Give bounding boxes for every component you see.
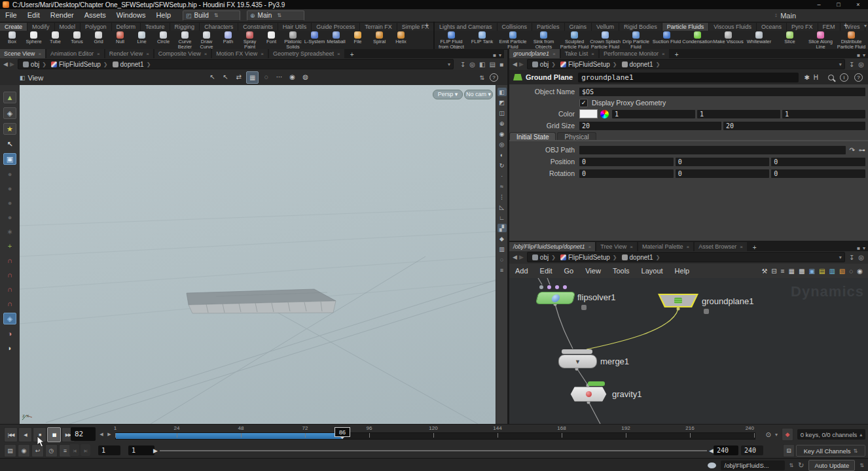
shelf-tab[interactable]: Collisions (497, 23, 533, 31)
shelf-tool[interactable]: Suction Fluid (651, 31, 682, 44)
close-tab-icon[interactable]: × (261, 51, 264, 57)
pane-tab[interactable]: Geometry Spreadsheet× (269, 49, 344, 58)
list-mode-icon[interactable]: ≡ (781, 268, 785, 275)
rotation-field[interactable]: 0 (676, 169, 770, 178)
object-name-field[interactable]: $OS (579, 88, 865, 96)
node-name-field[interactable]: groundplane1 (578, 73, 799, 82)
path-dropdown-icon[interactable]: ▾ (839, 254, 842, 260)
shelf-tool[interactable]: Null (109, 31, 131, 44)
background-image-icon[interactable]: ▣ (809, 268, 815, 275)
add-shelf-tab-button[interactable]: + (420, 22, 433, 29)
audio-options-icon[interactable]: ◉ (18, 444, 30, 457)
shelf-tab[interactable]: Constraints (238, 23, 278, 31)
path-field[interactable]: obj❯FlipFluidSetup❯dopnet1❯ ▾ (527, 59, 845, 69)
pane-tab[interactable]: Asset Browser× (695, 242, 747, 251)
shelf-tool[interactable]: Path (217, 31, 239, 44)
color-value-field[interactable]: 1 (697, 110, 780, 118)
presets-gear-icon[interactable]: ✱ (804, 74, 809, 81)
view-pivot-icon[interactable]: ◉ (497, 130, 507, 138)
dots-icon[interactable]: ⋮ (497, 192, 507, 201)
shelf-tool[interactable]: FLIP Fluid from Object (436, 31, 467, 49)
minimize-button[interactable]: – (809, 1, 829, 9)
node-label[interactable]: flipsolver1 (577, 292, 616, 302)
playback-start-field[interactable]: 1 (128, 445, 154, 455)
range-slider-start-handle[interactable]: ▶ (153, 447, 158, 455)
shelf-tab[interactable]: Polygon (81, 23, 112, 31)
scale-tool-icon[interactable]: ● (4, 198, 16, 208)
node-merge-input[interactable] (562, 349, 592, 354)
chevron-down-icon[interactable]: ▾ (775, 432, 778, 438)
secure-select-icon[interactable]: ↖ (220, 71, 231, 82)
pause-button[interactable]: ▮▮ (47, 427, 61, 442)
pane-tab[interactable]: Motion FX View× (212, 49, 268, 58)
color-value-field[interactable]: 1 (782, 110, 865, 118)
color-value-field[interactable]: 1 (612, 110, 695, 118)
pane-menu-icon[interactable]: ▾ (863, 245, 865, 251)
pane-menu-icon[interactable]: ▾ (863, 52, 865, 58)
layout-pane-icon[interactable]: ▤ (490, 61, 496, 68)
proxy-geometry-checkbox[interactable]: ✓ (579, 99, 588, 107)
sticky-note-icon[interactable]: ▤ (819, 268, 825, 275)
view-info-icon[interactable]: ≡ (497, 266, 507, 274)
grid-size-field[interactable]: 20 (723, 122, 865, 130)
forward-button[interactable]: ▶ (10, 61, 14, 67)
shelf-tab[interactable]: Guide Process (312, 23, 360, 31)
realtime-toggle-icon[interactable]: ◷ (45, 444, 58, 457)
shelf-tab[interactable]: Rigid Bodies (619, 23, 662, 31)
node-input-dot[interactable] (563, 285, 567, 289)
breadcrumb-item[interactable]: obj❯ (530, 254, 558, 261)
refresh-icon[interactable]: ↻ (798, 461, 804, 470)
shelf-tab[interactable]: Oceans (757, 23, 787, 31)
breadcrumb-item[interactable]: obj❯ (21, 61, 49, 68)
circle-display-icon[interactable]: ◌ (497, 255, 507, 264)
color-wheel-icon[interactable] (600, 110, 609, 118)
position-field[interactable]: 0 (771, 158, 865, 166)
shelf-tool[interactable]: Torus (66, 31, 88, 44)
stepper-icon[interactable]: ⇅ (859, 462, 864, 468)
shelf-tool[interactable]: Whitewater (744, 31, 774, 44)
network-menu-item[interactable]: Edit (534, 267, 558, 275)
node-label[interactable]: groundplane1 (702, 296, 754, 306)
shelf-tool[interactable]: Spiral (369, 31, 390, 44)
projection-select[interactable]: Persp ▾ (433, 90, 463, 99)
shelf-tool[interactable]: Circle (153, 31, 174, 44)
breadcrumb-item[interactable]: dopnet1❯ (111, 61, 154, 68)
grid-size-field[interactable]: 20 (579, 122, 721, 130)
breadcrumb-item[interactable]: FlipFluidSetup❯ (558, 254, 620, 261)
shelf-tab[interactable]: Terrain FX (360, 23, 397, 31)
node-gravity[interactable] (568, 387, 609, 402)
range-slider[interactable]: ▶ ◀ (160, 450, 707, 451)
normals-icon[interactable]: ◺ (497, 203, 507, 211)
obj-path-field[interactable] (579, 146, 846, 154)
timeline[interactable]: 124487296120144168192216240 86 (115, 427, 754, 442)
handles-tool-icon[interactable]: ● (4, 212, 16, 222)
shelf-tab[interactable]: Hair Utils (278, 23, 312, 31)
shelf-tool[interactable]: Crown Splash Particle Fluid (590, 31, 621, 49)
path-pin-icon[interactable]: ↧ (849, 254, 854, 261)
shelf-tool[interactable]: Box (1, 31, 23, 44)
node-groundplane[interactable] (658, 294, 698, 307)
shelf-overflow-icon[interactable]: ▾ (864, 23, 867, 29)
shelf-tab[interactable]: Texture (141, 23, 170, 31)
desktop-select[interactable]: ⊕ Main ⇅ (247, 10, 304, 21)
shelf-tab[interactable]: Rigging (170, 23, 200, 31)
close-tab-icon[interactable]: × (740, 244, 743, 250)
node-gravity-flag[interactable] (588, 381, 605, 386)
timeline-track[interactable] (115, 432, 755, 440)
viewport-layout-icon[interactable]: ◧ (497, 88, 507, 96)
flipbook-icon[interactable]: ◗ (4, 343, 16, 353)
pane-menu-icon[interactable]: ▾ (499, 52, 501, 58)
message-bubble-icon[interactable] (708, 462, 716, 468)
info-icon[interactable]: i (840, 73, 848, 82)
search-params-icon[interactable] (828, 75, 834, 80)
pane-tab[interactable]: Tree View× (596, 242, 637, 251)
path-pin-icon[interactable]: ↧ (460, 61, 465, 68)
radial-menu-icon[interactable]: ◎ (858, 61, 864, 68)
pane-split-icon[interactable]: ■ (857, 52, 860, 58)
back-button[interactable]: ◀ (513, 61, 517, 67)
rotation-field[interactable]: 0 (579, 169, 674, 178)
box-pick-icon[interactable]: ▦ (246, 71, 259, 84)
keys-summary-select[interactable]: 0 keys, 0/0 channels▴ (797, 429, 865, 440)
add-pane-tab-button[interactable]: + (748, 244, 761, 251)
jump-to-operator-icon[interactable]: ⊶ (859, 147, 865, 154)
